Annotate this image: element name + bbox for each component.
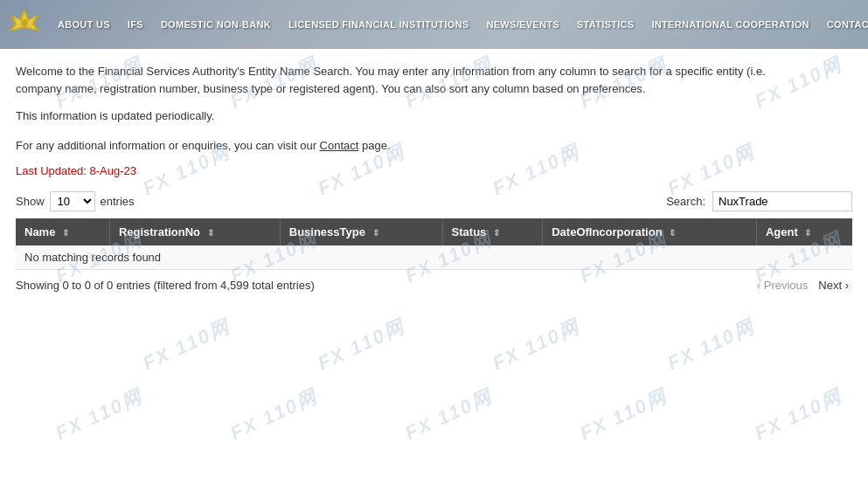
next-button[interactable]: Next › bbox=[815, 277, 852, 294]
col-status[interactable]: Status ⇕ bbox=[442, 218, 543, 245]
main-nav: ABOUT USIFSDOMESTIC NON-BANKLICENSED FIN… bbox=[49, 0, 868, 49]
contact-paragraph: For any additional information or enquir… bbox=[16, 137, 852, 155]
nav-item-international-cooperation[interactable]: INTERNATIONAL COOPERATION bbox=[642, 0, 817, 49]
col-name[interactable]: Name ⇕ bbox=[16, 218, 109, 245]
nav-item-ifs[interactable]: IFS bbox=[119, 0, 152, 49]
svg-point-2 bbox=[21, 19, 28, 26]
last-updated: Last Updated: 8-Aug-23 bbox=[16, 164, 852, 177]
col-registrationno[interactable]: RegistrationNo ⇕ bbox=[109, 218, 280, 245]
nav-item-licensed-financial-institutions[interactable]: LICENSED FINANCIAL INSTITUTIONS bbox=[280, 0, 478, 49]
nav-item-news-events[interactable]: NEWS/EVENTS bbox=[477, 0, 567, 49]
nav-item-domestic-non-bank[interactable]: DOMESTIC NON-BANK bbox=[152, 0, 280, 49]
no-records-row: No matching records found bbox=[16, 245, 852, 270]
header: ABOUT USIFSDOMESTIC NON-BANKLICENSED FIN… bbox=[0, 0, 868, 49]
col-dateofincorporation[interactable]: DateOfIncorporation ⇕ bbox=[543, 218, 757, 245]
entries-label: entries bbox=[101, 195, 135, 208]
col-agent[interactable]: Agent ⇕ bbox=[756, 218, 852, 245]
show-label: Show bbox=[16, 195, 45, 208]
search-label: Search: bbox=[666, 195, 705, 208]
pagination: ‹ Previous Next › bbox=[753, 277, 852, 294]
entries-info: Showing 0 to 0 of 0 entries (filtered fr… bbox=[16, 279, 315, 292]
update-info: This information is updated periodically… bbox=[16, 107, 852, 125]
main-content: Welcome to the Financial Services Author… bbox=[0, 49, 868, 308]
contact-link[interactable]: Contact bbox=[320, 139, 359, 152]
logo[interactable] bbox=[0, 0, 49, 49]
nav-item-statistics[interactable]: STATISTICS bbox=[568, 0, 643, 49]
intro-paragraph: Welcome to the Financial Services Author… bbox=[16, 63, 852, 97]
table-controls: Show 102550100 entries Search: bbox=[16, 191, 852, 211]
table-header-row: Name ⇕RegistrationNo ⇕BusinessType ⇕Stat… bbox=[16, 218, 852, 245]
table-header: Name ⇕RegistrationNo ⇕BusinessType ⇕Stat… bbox=[16, 218, 852, 245]
table-footer: Showing 0 to 0 of 0 entries (filtered fr… bbox=[16, 277, 852, 294]
col-businesstype[interactable]: BusinessType ⇕ bbox=[280, 218, 442, 245]
entries-select[interactable]: 102550100 bbox=[50, 191, 95, 211]
nav-item-contact-us[interactable]: CONTACT US bbox=[818, 0, 868, 49]
data-table: Name ⇕RegistrationNo ⇕BusinessType ⇕Stat… bbox=[16, 218, 852, 270]
table-body: No matching records found bbox=[16, 245, 852, 270]
search-input[interactable] bbox=[712, 191, 852, 211]
nav-item-about-us[interactable]: ABOUT US bbox=[49, 0, 119, 49]
no-records-cell: No matching records found bbox=[16, 245, 852, 270]
previous-button[interactable]: ‹ Previous bbox=[753, 277, 812, 294]
search-row: Search: bbox=[666, 191, 852, 211]
show-entries-control: Show 102550100 entries bbox=[16, 191, 135, 211]
